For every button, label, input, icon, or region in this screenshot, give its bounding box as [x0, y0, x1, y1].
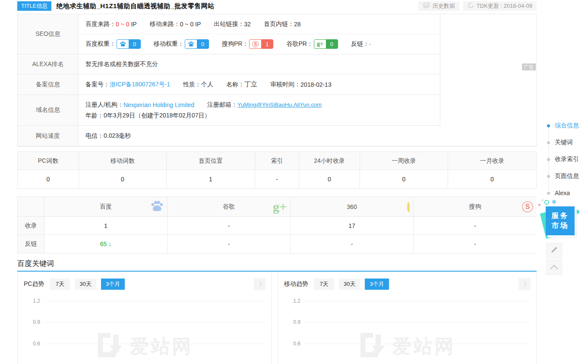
collect-sogou: -	[414, 217, 537, 234]
alexa-label: ALEXA排名	[18, 54, 79, 74]
range-3m-button[interactable]: 3个月	[101, 279, 125, 290]
speed-row: 网站速度 电信：0.023毫秒	[18, 126, 536, 146]
sogou-pr: 搜狗PR： S 1	[222, 39, 273, 49]
dot-icon	[547, 192, 550, 195]
aizhan-logo-icon	[96, 332, 123, 361]
sogou-icon: S	[522, 201, 533, 212]
stats-header: 24小时收录	[299, 152, 360, 170]
next-chart-button[interactable]	[518, 278, 531, 290]
nav-item-index[interactable]: 收录索引	[543, 155, 586, 164]
nav-item-alexa[interactable]: Alexa	[543, 188, 586, 198]
backlinks: 反链： -	[351, 40, 371, 48]
icp-audit-time: 审核时间： 2018-02-13	[270, 81, 332, 89]
engine-column-google: 谷歌 g+	[168, 197, 291, 216]
email-link[interactable]: YuMing@YinSiBaoHu.AliYun.com	[237, 101, 322, 108]
dot-icon	[547, 124, 550, 127]
collect-row-label: 收录	[18, 217, 44, 234]
service-market-badge[interactable]: 服务 市场	[545, 206, 577, 238]
range-30d-button[interactable]: 30天	[339, 279, 360, 290]
pc-trend-label: PC趋势	[24, 280, 44, 288]
backlink-row: 反链 65 ↓ - - -	[18, 235, 536, 253]
collect-baidu: 1	[44, 217, 168, 234]
sogou-pr-badge[interactable]: S 1	[249, 39, 273, 49]
seo-info-label: SEO信息	[18, 14, 79, 54]
site-info-table: SEO信息 百度来路： 0 ~ 0 IP 移动来路： 0 ~ 0 IP 出站链接…	[17, 14, 537, 147]
collect-360: 17	[291, 217, 414, 234]
y-tick: 1.2	[278, 298, 300, 304]
mobile-weight: 移动权重： 0	[154, 39, 209, 49]
title-info-badge: TITLE信息	[17, 1, 51, 11]
baidu-visits: 百度来路： 0 ~ 0 IP	[85, 20, 137, 28]
baidu-weight-badge[interactable]: 0	[117, 39, 141, 49]
domain-registrant: 注册人/机构： Nexperian Holding Limited	[85, 101, 194, 109]
range-3m-button[interactable]: 3个月	[365, 279, 389, 290]
y-tick: 0.9	[18, 319, 40, 325]
search-engines-table: 百度 谷歌 g+ 360 搜狗 S 收录 1 -	[17, 196, 537, 253]
keyword-stats-table: PC词数 移动词数 首页位置 索引 24小时收录 一周收录 一月收录 0 0 1…	[17, 152, 537, 189]
nav-item-pageinfo[interactable]: 页面信息	[543, 171, 586, 181]
history-data-button[interactable]: 历史数据	[418, 1, 459, 11]
stats-value: 0	[360, 170, 448, 188]
tdk-update-button[interactable]: TDK更新 : 2018-04-09	[463, 1, 537, 11]
stats-header: PC词数	[18, 152, 79, 170]
collect-google: -	[168, 217, 291, 234]
engine-column-baidu: 百度	[44, 197, 168, 216]
ad-area: 广告	[440, 14, 536, 126]
decor-ring	[544, 200, 549, 205]
layers-icon	[423, 2, 430, 10]
stats-value: -	[255, 170, 299, 188]
dot-icon	[547, 175, 550, 178]
google-plus-icon: g+	[273, 200, 287, 213]
domain-label: 域名信息	[18, 95, 79, 125]
chevron-right-icon	[257, 282, 262, 286]
registrant-link[interactable]: Nexperian Holding Limited	[123, 101, 194, 108]
ad-tag: 广告	[522, 63, 536, 70]
range-30d-button[interactable]: 30天	[75, 279, 96, 290]
watermark: 爱站网	[18, 332, 272, 361]
refresh-icon	[468, 2, 474, 10]
speed-text: 电信：0.023毫秒	[79, 126, 536, 146]
mobile-visits: 移动来路： 0 ~ 0 IP	[150, 20, 201, 28]
mobile-weight-badge[interactable]: 0	[185, 39, 209, 49]
mobile-trend-label: 移动趋势	[284, 280, 308, 288]
watermark: 爱站网	[278, 332, 536, 361]
back-to-top-button[interactable]	[546, 260, 562, 275]
google-plus-icon: g+	[314, 40, 326, 48]
site-title: 绝地求生辅助_H1Z1辅助自瞄透视辅助_批发零售网站	[56, 2, 214, 10]
google-pr: 谷歌PR： g+ 0	[286, 39, 338, 49]
stats-value-row: 0 0 1 - 0 0 0	[18, 170, 536, 188]
engines-header-row: 百度 谷歌 g+ 360 搜狗 S	[18, 197, 536, 217]
edit-button[interactable]	[546, 243, 562, 258]
backlink-baidu-link[interactable]: 65 ↓	[100, 241, 111, 247]
next-chart-button[interactable]	[254, 278, 266, 290]
stats-header: 一月收录	[448, 152, 536, 170]
chevron-up-icon	[550, 265, 558, 272]
mobile-paw-icon	[185, 40, 197, 48]
baidu-weight: 百度权重： 0	[85, 39, 141, 49]
stats-header: 移动词数	[79, 152, 167, 170]
nav-item-summary[interactable]: 综合信息	[543, 121, 586, 130]
stats-value: 1	[167, 170, 255, 188]
baidu-paw-icon	[117, 40, 129, 48]
anchor-nav: 综合信息 关键词 收录索引 页面信息 Alexa	[543, 121, 586, 205]
pc-trend-panel: PC趋势 7天 30天 3个月 1.2 0.9 0.6 爱站网	[17, 272, 272, 364]
icp-nature: 性质： 个人	[183, 81, 213, 89]
backlink-360: -	[291, 235, 414, 253]
range-7d-button[interactable]: 7天	[50, 279, 70, 290]
icp-number-link[interactable]: 浙ICP备18007267号-1	[110, 81, 170, 89]
stats-value: 0	[18, 170, 79, 188]
down-arrow-icon: ↓	[108, 241, 111, 247]
speed-label: 网站速度	[18, 126, 79, 146]
google-pr-badge[interactable]: g+ 0	[314, 39, 338, 49]
range-7d-button[interactable]: 7天	[314, 279, 334, 290]
stats-header: 首页位置	[167, 152, 255, 170]
icp-label: 备案信息	[18, 74, 79, 95]
nav-item-keywords[interactable]: 关键词	[543, 138, 586, 147]
aizhan-logo-icon	[359, 332, 386, 361]
icp-name: 名称： 丁立	[226, 80, 257, 89]
stats-value: 0	[448, 170, 536, 188]
sogou-icon: S	[250, 40, 261, 48]
dot-icon	[547, 158, 550, 161]
mobile-trend-panel: 移动趋势 7天 30天 3个月 1.2 0.9 0.6 爱站网	[278, 272, 537, 364]
backlink-sogou: -	[414, 235, 537, 253]
